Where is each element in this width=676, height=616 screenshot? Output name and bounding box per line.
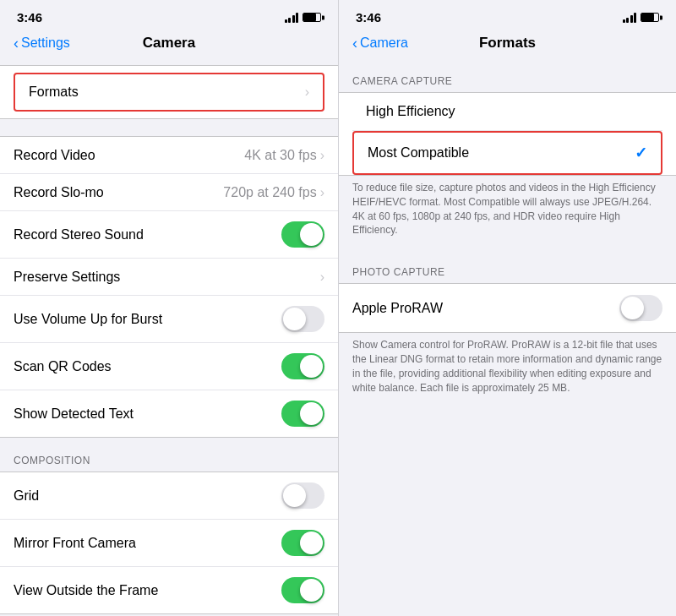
- composition-header: COMPOSITION: [0, 438, 338, 472]
- left-status-time: 3:46: [17, 10, 42, 25]
- apple-proraw-toggle[interactable]: [619, 295, 662, 321]
- selected-checkmark-icon: ✓: [635, 144, 647, 162]
- right-back-chevron-icon: ‹: [352, 35, 357, 51]
- right-battery-icon: [641, 13, 659, 22]
- left-back-button[interactable]: ‹ Settings: [14, 35, 70, 51]
- back-chevron-icon: ‹: [14, 35, 19, 51]
- record-stereo-label: Record Stereo Sound: [14, 227, 144, 243]
- right-status-time: 3:46: [356, 10, 381, 25]
- view-outside-frame-toggle[interactable]: [281, 577, 324, 603]
- right-panel: 3:46 ‹ Camera Formats CAMERA CAPTURE: [338, 0, 676, 616]
- volume-burst-toggle[interactable]: [281, 306, 324, 332]
- left-back-label: Settings: [21, 35, 70, 51]
- formats-chevron-icon: ›: [305, 84, 309, 100]
- formats-row[interactable]: Formats ›: [14, 73, 324, 112]
- volume-burst-row: Use Volume Up for Burst: [0, 296, 338, 343]
- left-nav-bar: ‹ Settings Camera: [0, 31, 338, 58]
- photo-capture-header-right: PHOTO CAPTURE: [339, 249, 676, 283]
- show-detected-text-toggle[interactable]: [281, 401, 324, 427]
- show-detected-text-row: Show Detected Text: [0, 390, 338, 437]
- format-options-card: High Efficiency Most Compatible ✓: [339, 92, 676, 176]
- camera-capture-header: CAMERA CAPTURE: [339, 58, 676, 92]
- mirror-front-camera-label: Mirror Front Camera: [14, 536, 136, 551]
- show-detected-text-label: Show Detected Text: [14, 406, 134, 422]
- camera-capture-description: To reduce file size, capture photos and …: [339, 176, 676, 249]
- scan-qr-row: Scan QR Codes: [0, 343, 338, 390]
- formats-card: Formats ›: [0, 65, 338, 119]
- high-efficiency-row[interactable]: High Efficiency: [352, 93, 662, 131]
- grid-label: Grid: [14, 488, 39, 504]
- right-nav-bar: ‹ Camera Formats: [339, 31, 676, 58]
- left-nav-title: Camera: [143, 35, 195, 52]
- mirror-front-camera-toggle[interactable]: [281, 530, 324, 556]
- main-settings-card: Record Video 4K at 30 fps › Record Slo-m…: [0, 136, 338, 438]
- signal-bars-icon: [285, 13, 299, 23]
- right-status-bar: 3:46: [339, 0, 676, 31]
- preserve-settings-label: Preserve Settings: [14, 270, 120, 285]
- right-back-label: Camera: [360, 35, 408, 51]
- apple-proraw-label: Apple ProRAW: [352, 301, 443, 316]
- most-compatible-row[interactable]: Most Compatible ✓: [352, 131, 662, 175]
- right-back-button[interactable]: ‹ Camera: [352, 35, 408, 51]
- record-slo-mo-row[interactable]: Record Slo-mo 720p at 240 fps ›: [0, 174, 338, 211]
- most-compatible-label: Most Compatible: [368, 145, 469, 161]
- preserve-settings-chevron-icon: ›: [320, 270, 324, 285]
- left-status-bar: 3:46: [0, 0, 338, 31]
- grid-toggle[interactable]: [281, 482, 324, 509]
- preserve-settings-row[interactable]: Preserve Settings ›: [0, 259, 338, 296]
- proraw-description: Show Camera control for ProRAW. ProRAW i…: [339, 333, 676, 406]
- record-slo-mo-label: Record Slo-mo: [14, 185, 104, 200]
- formats-content: CAMERA CAPTURE High Efficiency Most Comp…: [339, 58, 676, 616]
- high-efficiency-label: High Efficiency: [366, 104, 455, 119]
- record-video-chevron-icon: ›: [320, 148, 324, 163]
- apple-proraw-row: Apple ProRAW: [339, 284, 676, 332]
- record-video-row[interactable]: Record Video 4K at 30 fps ›: [0, 137, 338, 174]
- scan-qr-toggle[interactable]: [281, 353, 324, 379]
- battery-icon: [303, 13, 321, 22]
- right-status-icons: [623, 13, 660, 23]
- record-stereo-row: Record Stereo Sound: [0, 211, 338, 259]
- composition-card: Grid Mirror Front Camera View Outside th…: [0, 472, 338, 614]
- left-status-icons: [285, 13, 322, 23]
- scan-qr-label: Scan QR Codes: [14, 359, 112, 374]
- view-outside-frame-label: View Outside the Frame: [14, 583, 158, 598]
- record-slo-mo-value: 720p at 240 fps ›: [223, 185, 324, 200]
- record-slo-mo-chevron-icon: ›: [320, 185, 324, 200]
- record-video-value: 4K at 30 fps ›: [244, 148, 324, 163]
- record-video-label: Record Video: [14, 148, 95, 163]
- mirror-front-camera-row: Mirror Front Camera: [0, 520, 338, 567]
- right-signal-bars-icon: [623, 13, 637, 23]
- apple-proraw-card: Apple ProRAW: [339, 283, 676, 333]
- formats-label: Formats: [29, 84, 79, 100]
- left-panel: 3:46 ‹ Settings Camera Formats ›: [0, 0, 338, 616]
- grid-row: Grid: [0, 472, 338, 520]
- volume-burst-label: Use Volume Up for Burst: [14, 312, 162, 327]
- right-nav-title: Formats: [479, 35, 536, 52]
- view-outside-frame-row: View Outside the Frame: [0, 567, 338, 613]
- record-stereo-toggle[interactable]: [281, 221, 324, 248]
- left-settings-content: Formats › Record Video 4K at 30 fps › Re…: [0, 58, 338, 616]
